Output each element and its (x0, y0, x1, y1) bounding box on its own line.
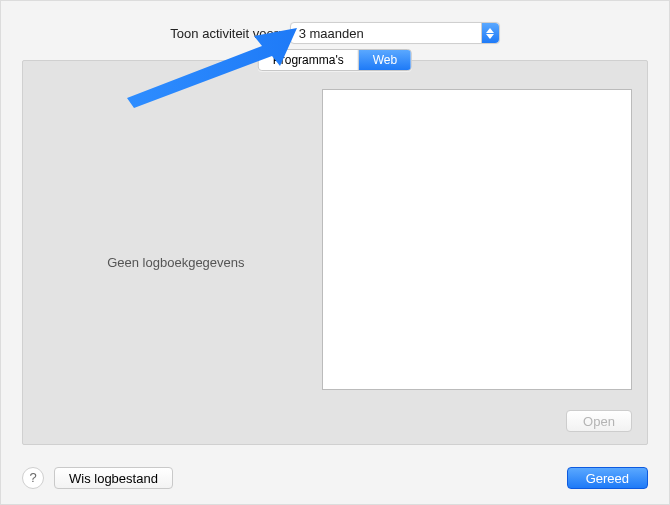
activity-range-dropdown[interactable]: 3 maanden (290, 22, 500, 44)
dropdown-stepper-icon (481, 23, 499, 43)
empty-log-text: Geen logboekgegevens (107, 255, 244, 270)
log-detail-box (322, 89, 632, 390)
preferences-window: Toon activiteit voor: 3 maanden Programm… (0, 0, 670, 505)
done-button[interactable]: Gereed (567, 467, 648, 489)
activity-panel: Programma's Web Geen logboekgegevens Ope… (22, 60, 648, 445)
activity-range-value: 3 maanden (299, 26, 364, 41)
activity-range-label: Toon activiteit voor: (170, 26, 281, 41)
open-button[interactable]: Open (566, 410, 632, 432)
tab-web[interactable]: Web (358, 50, 411, 70)
footer-bar: ? Wis logbestand Gereed (22, 467, 648, 489)
clear-log-button[interactable]: Wis logbestand (54, 467, 173, 489)
view-segmented-control: Programma's Web (258, 49, 412, 71)
log-empty-area: Geen logboekgegevens (23, 81, 329, 444)
tab-programmas[interactable]: Programma's (259, 50, 358, 70)
help-button[interactable]: ? (22, 467, 44, 489)
